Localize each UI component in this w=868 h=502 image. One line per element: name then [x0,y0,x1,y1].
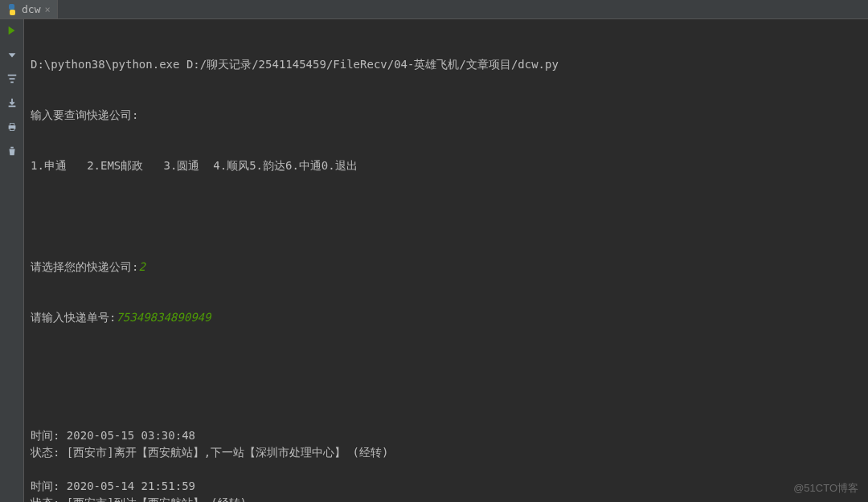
tab-bar: dcw × [0,0,868,19]
rerun-icon[interactable] [6,24,18,37]
export-icon[interactable] [6,96,18,109]
number-line: 请输入快递单号:75349834890949 [31,309,862,326]
entry-status: 状态: [西安市]离开【西安航站】,下一站【深圳市处理中心】 (经转) [31,444,862,461]
trash-icon[interactable] [6,145,18,157]
close-icon[interactable]: × [44,4,50,15]
python-icon [6,4,18,15]
prompt-options: 1.申通 2.EMS邮政 3.圆通 4.顺风5.韵达6.中通0.退出 [31,157,862,174]
gutter-toolbar [0,19,24,502]
command-line: D:\python38\python.exe D:/聊天记录/254114545… [31,56,862,73]
watermark: @51CTO博客 [793,481,858,496]
entry-time: 时间: 2020-05-15 03:30:48 [31,427,862,444]
prompt-header: 输入要查询快递公司: [31,107,862,124]
tab-dcw[interactable]: dcw × [0,0,58,18]
main-area: D:\python38\python.exe D:/聊天记录/254114545… [0,19,868,502]
down-icon[interactable] [6,48,18,61]
print-icon[interactable] [6,120,18,133]
select-line: 请选择您的快递公司:2 [31,259,862,275]
svg-rect-1 [10,124,14,126]
entry-status: 状态: [西安市]到达【西安航站】 (经转) [31,495,862,502]
entry-time: 时间: 2020-05-14 21:51:59 [31,478,862,495]
svg-rect-2 [10,129,14,131]
user-input-number: 75349834890949 [116,311,211,324]
tracking-entries: 时间: 2020-05-15 03:30:48状态: [西安市]离开【西安航站】… [31,427,862,502]
tab-label: dcw [22,3,40,15]
filter-icon[interactable] [6,72,18,85]
console-output[interactable]: D:\python38\python.exe D:/聊天记录/254114545… [24,19,868,502]
user-input-company: 2 [138,260,145,273]
